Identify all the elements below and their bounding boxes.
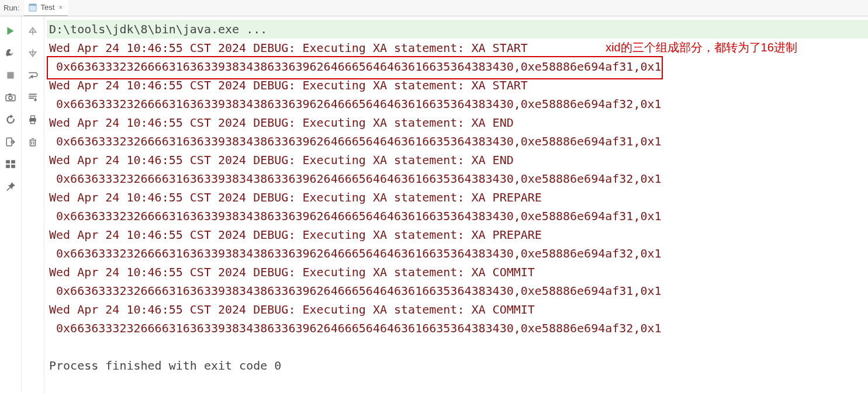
exit-code-line: Process finished with exit code 0 [47,356,868,375]
log-line: 0x66363332326666316363393834386336396264… [47,95,868,113]
console-toolbar [22,16,44,393]
log-line: 0x66363332326666316363393834386336396264… [47,319,868,338]
print-button[interactable] [25,112,41,128]
svg-rect-15 [31,116,35,119]
tool-window-title: Run: [0,4,24,12]
log-line: Wed Apr 24 10:46:55 CST 2024 DEBUG: Exec… [47,39,868,57]
tool-window-body: D:\tools\jdk\8\bin\java.exe ... Wed Apr … [0,16,868,393]
tool-window-header: Run: Test × [0,0,868,16]
log-line: Wed Apr 24 10:46:55 CST 2024 DEBUG: Exec… [47,225,868,244]
up-stack-button[interactable] [25,23,41,39]
close-icon[interactable]: × [58,4,63,12]
svg-point-4 [9,96,12,100]
log-line: 0x66363332326666316363393834386336396264… [47,169,868,188]
pin-button[interactable] [2,178,19,194]
svg-rect-1 [29,4,36,5]
clear-all-button[interactable] [25,134,41,150]
log-line: 0x66363332326666316363393834386336396264… [47,57,868,76]
log-line: 0x66363332326666316363393834386336396264… [47,132,868,151]
run-tool-window: Run: Test × [0,0,868,393]
stop-button[interactable] [2,67,19,84]
layout-button[interactable] [2,156,19,172]
camera-button[interactable] [2,89,19,106]
log-line: 0x66363332326666316363393834386336396264… [47,281,868,300]
restart-button[interactable] [2,112,19,128]
left-toolbar [0,16,22,393]
svg-rect-17 [30,140,36,146]
svg-rect-7 [6,160,10,164]
rerun-button[interactable] [2,23,19,39]
scroll-end-button[interactable] [25,89,41,106]
tab-label: Test [40,3,54,12]
svg-rect-9 [6,165,10,168]
build-run-button[interactable] [2,45,19,61]
exit-button[interactable] [2,134,19,150]
down-stack-button[interactable] [25,45,41,61]
log-line: Wed Apr 24 10:46:55 CST 2024 DEBUG: Exec… [47,76,868,95]
application-icon [29,4,37,12]
log-line: 0x66363332326666316363393834386336396264… [47,207,868,225]
log-line: Wed Apr 24 10:46:55 CST 2024 DEBUG: Exec… [47,151,868,169]
svg-rect-2 [7,72,13,78]
svg-rect-10 [11,165,15,168]
command-line: D:\tools\jdk\8\bin\java.exe ... [47,20,868,39]
run-tab-test[interactable]: Test × [24,0,68,16]
log-line: Wed Apr 24 10:46:55 CST 2024 DEBUG: Exec… [47,188,868,207]
soft-wrap-button[interactable] [25,67,41,84]
svg-rect-16 [31,121,35,124]
log-line: Wed Apr 24 10:46:55 CST 2024 DEBUG: Exec… [47,300,868,319]
svg-rect-5 [9,93,12,95]
log-line: Wed Apr 24 10:46:55 CST 2024 DEBUG: Exec… [47,113,868,132]
console-output[interactable]: D:\tools\jdk\8\bin\java.exe ... Wed Apr … [44,16,868,393]
log-line: Wed Apr 24 10:46:55 CST 2024 DEBUG: Exec… [47,263,868,281]
log-line: 0x66363332326666316363393834386336396264… [47,244,868,263]
svg-rect-8 [11,160,15,164]
